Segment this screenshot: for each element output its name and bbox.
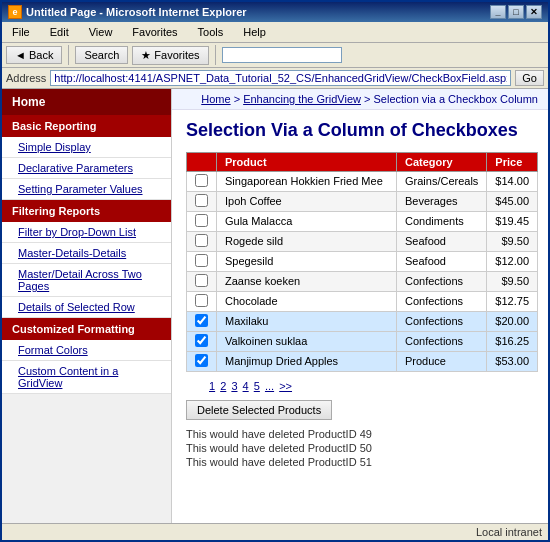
row-price: $9.50 <box>487 271 538 291</box>
row-checkbox-cell <box>187 351 217 371</box>
address-label: Address <box>6 72 46 84</box>
search-button[interactable]: Search <box>75 46 128 64</box>
menu-file[interactable]: File <box>6 24 36 40</box>
page-content: Home > Enhancing the GridView > Selectio… <box>172 89 548 523</box>
row-checkbox[interactable] <box>195 274 208 287</box>
row-checkbox-cell <box>187 271 217 291</box>
window-title: Untitled Page - Microsoft Internet Explo… <box>26 6 247 18</box>
sidebar-item-custom-content[interactable]: Custom Content in a GridView <box>2 361 171 394</box>
row-checkbox-cell <box>187 291 217 311</box>
page-link-5[interactable]: 5 <box>254 380 260 392</box>
status-message: This would have deleted ProductID 50 <box>186 442 534 454</box>
sidebar-home[interactable]: Home <box>2 89 171 115</box>
menu-favorites[interactable]: Favorites <box>126 24 183 40</box>
row-product: Singaporean Hokkien Fried Mee <box>217 171 397 191</box>
table-row: Rogede sild Seafood $9.50 <box>187 231 538 251</box>
row-category: Confections <box>397 291 487 311</box>
page-title: Selection Via a Column of Checkboxes <box>186 120 534 142</box>
row-category: Confections <box>397 331 487 351</box>
row-product: Maxilaku <box>217 311 397 331</box>
menu-tools[interactable]: Tools <box>192 24 230 40</box>
status-message: This would have deleted ProductID 49 <box>186 428 534 440</box>
breadcrumb-sep1: > <box>234 93 243 105</box>
maximize-button[interactable]: □ <box>508 5 524 19</box>
row-checkbox[interactable] <box>195 194 208 207</box>
row-category: Produce <box>397 351 487 371</box>
address-bar: Address Go <box>2 68 548 89</box>
page-link-ellipsis[interactable]: ... <box>265 380 274 392</box>
row-checkbox[interactable] <box>195 314 208 327</box>
row-price: $45.00 <box>487 191 538 211</box>
row-price: $19.45 <box>487 211 538 231</box>
toolbar-separator <box>68 45 69 65</box>
row-checkbox[interactable] <box>195 294 208 307</box>
sidebar-item-details-selected-row[interactable]: Details of Selected Row <box>2 297 171 318</box>
table-row: Zaanse koeken Confections $9.50 <box>187 271 538 291</box>
breadcrumb: Home > Enhancing the GridView > Selectio… <box>172 89 548 110</box>
browser-icon: e <box>8 5 22 19</box>
row-product: Ipoh Coffee <box>217 191 397 211</box>
row-checkbox-cell <box>187 171 217 191</box>
row-checkbox[interactable] <box>195 254 208 267</box>
row-checkbox-cell <box>187 231 217 251</box>
close-button[interactable]: ✕ <box>526 5 542 19</box>
row-price: $12.00 <box>487 251 538 271</box>
row-checkbox-cell <box>187 211 217 231</box>
menu-view[interactable]: View <box>83 24 119 40</box>
row-checkbox[interactable] <box>195 234 208 247</box>
sidebar-item-format-colors[interactable]: Format Colors <box>2 340 171 361</box>
breadcrumb-home[interactable]: Home <box>201 93 230 105</box>
menu-edit[interactable]: Edit <box>44 24 75 40</box>
status-messages: This would have deleted ProductID 49This… <box>186 428 534 468</box>
table-header-product: Product <box>217 152 397 171</box>
address-input[interactable] <box>50 70 511 86</box>
sidebar-item-setting-parameter-values[interactable]: Setting Parameter Values <box>2 179 171 200</box>
sidebar-item-master-details[interactable]: Master-Details-Details <box>2 243 171 264</box>
delete-button-container: Delete Selected Products <box>186 400 534 428</box>
sidebar-item-master-detail-two-pages[interactable]: Master/Detail Across Two Pages <box>2 264 171 297</box>
table-row: Valkoinen suklaa Confections $16.25 <box>187 331 538 351</box>
minimize-button[interactable]: _ <box>490 5 506 19</box>
table-row: Manjimup Dried Apples Produce $53.00 <box>187 351 538 371</box>
row-category: Grains/Cereals <box>397 171 487 191</box>
toolbar-search-input[interactable] <box>222 47 342 63</box>
pagination: 1 2 3 4 5 ... >> <box>208 380 534 392</box>
row-checkbox[interactable] <box>195 354 208 367</box>
status-message: This would have deleted ProductID 51 <box>186 456 534 468</box>
table-row: Singaporean Hokkien Fried Mee Grains/Cer… <box>187 171 538 191</box>
row-checkbox-cell <box>187 331 217 351</box>
sidebar-item-filter-dropdown[interactable]: Filter by Drop-Down List <box>2 222 171 243</box>
row-category: Seafood <box>397 251 487 271</box>
favorites-button[interactable]: ★ Favorites <box>132 46 208 65</box>
page-link-4[interactable]: 4 <box>243 380 249 392</box>
delete-button[interactable]: Delete Selected Products <box>186 400 332 420</box>
row-category: Seafood <box>397 231 487 251</box>
sidebar-item-simple-display[interactable]: Simple Display <box>2 137 171 158</box>
row-price: $16.25 <box>487 331 538 351</box>
page-link-next[interactable]: >> <box>279 380 292 392</box>
window-controls: _ □ ✕ <box>490 5 542 19</box>
table-header-checkbox <box>187 152 217 171</box>
menu-help[interactable]: Help <box>237 24 272 40</box>
breadcrumb-section[interactable]: Enhancing the GridView <box>243 93 361 105</box>
page-link-2[interactable]: 2 <box>220 380 226 392</box>
row-price: $9.50 <box>487 231 538 251</box>
row-product: Gula Malacca <box>217 211 397 231</box>
row-checkbox-cell <box>187 191 217 211</box>
row-product: Rogede sild <box>217 231 397 251</box>
sidebar-item-declarative-parameters[interactable]: Declarative Parameters <box>2 158 171 179</box>
go-button[interactable]: Go <box>515 70 544 86</box>
row-checkbox[interactable] <box>195 174 208 187</box>
back-button[interactable]: ◄ Back <box>6 46 62 64</box>
sidebar-section-basic-reporting: Basic Reporting <box>2 115 171 137</box>
row-category: Beverages <box>397 191 487 211</box>
page-link-1[interactable]: 1 <box>209 380 215 392</box>
table-row: Spegesild Seafood $12.00 <box>187 251 538 271</box>
page-link-3[interactable]: 3 <box>231 380 237 392</box>
table-header-category: Category <box>397 152 487 171</box>
row-checkbox-cell <box>187 311 217 331</box>
row-product: Manjimup Dried Apples <box>217 351 397 371</box>
row-checkbox[interactable] <box>195 214 208 227</box>
table-header-price: Price <box>487 152 538 171</box>
row-checkbox[interactable] <box>195 334 208 347</box>
